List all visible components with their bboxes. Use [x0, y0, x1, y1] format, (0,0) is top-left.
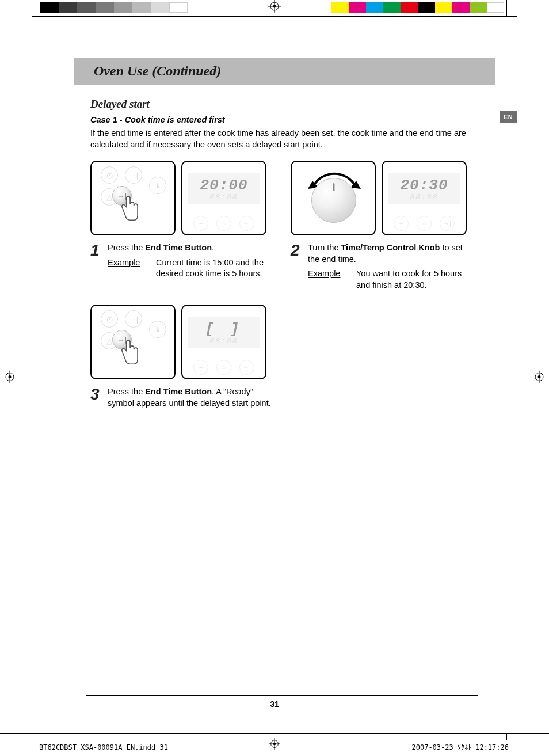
hand-press-icon	[117, 195, 142, 226]
language-tab: EN	[500, 111, 517, 123]
subheading: Delayed start	[90, 98, 479, 111]
page-content: Oven Use (Continued) Delayed start Case …	[78, 58, 492, 423]
crop-tick	[0, 35, 23, 35]
step-number: 2	[291, 242, 303, 291]
lcd-readout: [ ]	[205, 321, 243, 338]
end-icon: →|	[440, 216, 455, 231]
case-label: Case 1 - Cook time is entered first	[90, 115, 479, 124]
end-icon: →|	[239, 216, 254, 231]
registration-mark-icon	[3, 370, 16, 386]
section-title: Oven Use (Continued)	[94, 63, 221, 79]
color-swatches	[331, 2, 504, 13]
example-text: Current time is 15:00 and the desired co…	[156, 257, 274, 280]
lcd-readout: 20:00	[200, 177, 247, 194]
minus-icon: −	[394, 216, 409, 231]
end-time-icon: →|	[125, 310, 142, 328]
control-panel-illustration: ◷ →| △ 🌡 →|	[90, 161, 176, 235]
page-number: 31	[0, 700, 549, 709]
circle-icon: ○	[216, 360, 231, 375]
circle-icon: ○	[216, 216, 231, 231]
display-panel-illustration: 20:30 88:88 − ○ →|	[382, 161, 467, 235]
example-label: Example	[108, 257, 148, 280]
step-number: 3	[90, 386, 103, 409]
lcd-ghost: 88:88	[209, 337, 238, 345]
thermometer-icon: 🌡	[149, 177, 166, 194]
end-time-icon: →|	[125, 166, 142, 184]
lcd-ghost: 88:88	[410, 193, 438, 202]
lcd-ghost: 88:88	[209, 193, 238, 202]
example-text: You want to cook for 5 hours and finish …	[356, 268, 475, 291]
thermometer-icon: 🌡	[149, 321, 166, 338]
circle-icon: ○	[417, 216, 432, 231]
minus-icon: −	[193, 216, 208, 231]
step-number: 1	[90, 242, 103, 280]
step-text: Press the End Time Button. A “Ready” sym…	[108, 387, 271, 408]
knob-panel-illustration	[291, 161, 376, 235]
footer-rule	[86, 695, 478, 696]
minus-icon: −	[193, 360, 208, 375]
step-3: ◷ →| △ 🌡 →| [ ] 88:88	[90, 305, 274, 409]
control-knob	[311, 178, 356, 223]
print-footer: BT62CDBST_XSA-00091A_EN.indd 31 2007-03-…	[0, 733, 549, 756]
step-2: 20:30 88:88 − ○ →| 2 Turn the Time/Temp …	[291, 161, 475, 291]
registration-mark-icon	[533, 370, 546, 386]
display-panel-illustration: 20:00 88:88 − ○ →|	[181, 161, 266, 235]
panel-bottom-buttons: − ○ →|	[383, 216, 466, 231]
footer-timestamp: 2007-03-23 ｿﾀﾈﾄ 12:17:26	[412, 743, 509, 751]
step-text: Turn the Time/Temp Control Knob to set t…	[308, 243, 463, 264]
section-title-bar: Oven Use (Continued)	[74, 58, 495, 85]
grayscale-swatches	[40, 2, 188, 13]
end-icon: →|	[239, 360, 254, 375]
example-label: Example	[308, 268, 348, 291]
print-registration-top	[0, 0, 549, 17]
intro-paragraph: If the end time is entered after the coo…	[90, 128, 479, 150]
display-panel-illustration: [ ] 88:88 − ○ →|	[181, 305, 266, 379]
clock-icon: ◷	[101, 310, 118, 328]
clock-icon: ◷	[101, 166, 118, 184]
control-panel-illustration: ◷ →| △ 🌡 →|	[90, 305, 176, 379]
footer-filename: BT62CDBST_XSA-00091A_EN.indd 31	[39, 743, 168, 751]
panel-bottom-buttons: − ○ →|	[182, 216, 265, 231]
step-1: ◷ →| △ 🌡 →| 20:00 88:88	[90, 161, 274, 291]
step-text: Press the End Time Button.	[108, 243, 214, 252]
lcd-readout: 20:30	[400, 177, 448, 194]
registration-mark-icon	[268, 0, 281, 16]
hand-press-icon	[117, 339, 142, 370]
panel-bottom-buttons: − ○ →|	[182, 360, 265, 375]
registration-mark-icon	[269, 738, 280, 753]
